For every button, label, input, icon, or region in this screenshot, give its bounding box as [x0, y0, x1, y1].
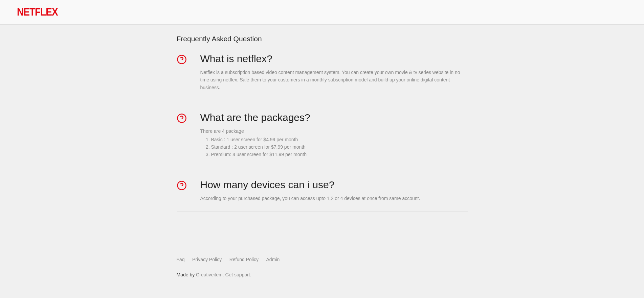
faq-intro: There are 4 package	[200, 128, 244, 134]
footer-links: Faq Privacy Policy Refund Policy Admin	[177, 256, 468, 263]
faq-answer: According to your purchased package, you…	[200, 195, 468, 202]
help-circle-icon	[177, 54, 187, 65]
made-by-label: Made by	[177, 272, 196, 277]
logo[interactable]: NETFLEX	[17, 6, 58, 19]
faq-item: What are the packages? There are 4 packa…	[177, 112, 468, 168]
faq-content: What are the packages? There are 4 packa…	[200, 112, 468, 158]
faq-content: What is netflex? Netflex is a subscripti…	[200, 53, 468, 91]
footer-link-faq[interactable]: Faq	[177, 257, 185, 262]
faq-content: How many devices can i use? According to…	[200, 179, 468, 202]
credit-link[interactable]: Creativeitem. Get support.	[196, 272, 251, 277]
header: NETFLEX	[0, 0, 644, 25]
footer: Faq Privacy Policy Refund Policy Admin M…	[177, 243, 468, 291]
faq-answer: There are 4 package Basic : 1 user scree…	[200, 127, 468, 158]
main-content: Frequently Asked Question What is netfle…	[177, 25, 468, 243]
faq-list-item: Standard : 2 user screen for $7.99 per m…	[211, 143, 468, 151]
footer-link-refund[interactable]: Refund Policy	[229, 257, 259, 262]
faq-item: What is netflex? Netflex is a subscripti…	[177, 53, 468, 101]
faq-list-item: Premium: 4 user screen for $11.99 per mo…	[211, 151, 468, 158]
faq-answer: Netflex is a subscription based video co…	[200, 69, 468, 91]
faq-item: How many devices can i use? According to…	[177, 179, 468, 212]
footer-link-admin[interactable]: Admin	[266, 257, 280, 262]
faq-list-item: Basic : 1 user screen for $4.99 per mont…	[211, 136, 468, 143]
help-circle-icon	[177, 113, 187, 123]
faq-question: What is netflex?	[200, 53, 468, 65]
footer-link-privacy[interactable]: Privacy Policy	[192, 257, 222, 262]
faq-list: Basic : 1 user screen for $4.99 per mont…	[211, 136, 468, 158]
footer-credit: Made by Creativeitem. Get support.	[177, 272, 468, 277]
faq-question: What are the packages?	[200, 112, 468, 123]
help-circle-icon	[177, 180, 187, 191]
faq-question: How many devices can i use?	[200, 179, 468, 191]
page-title: Frequently Asked Question	[177, 35, 468, 43]
